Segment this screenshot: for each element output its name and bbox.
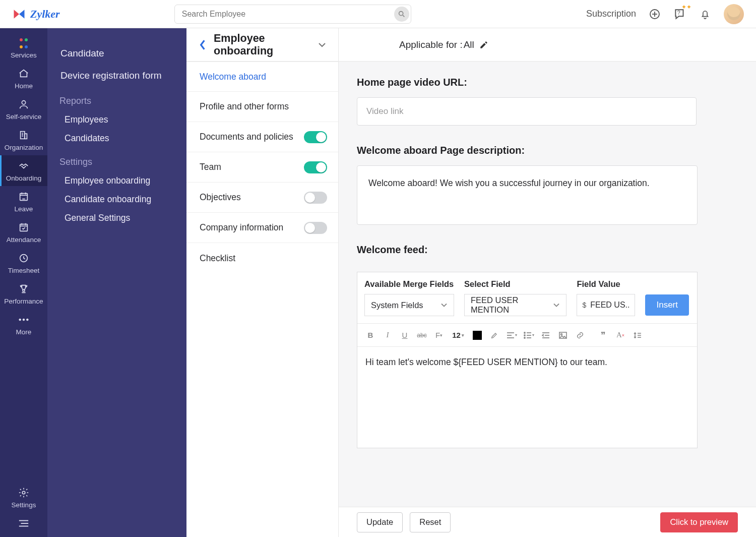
svg-rect-17	[20, 224, 28, 231]
rte-body[interactable]: Hi team let's welcome ${FEED USER MENTIO…	[357, 347, 697, 448]
align-icon[interactable]: ▾	[503, 328, 520, 343]
description-textarea[interactable]: Welcome aboard! We wish you a successful…	[357, 165, 698, 225]
description-block: Welcome aboard Page description: Welcome…	[339, 130, 756, 229]
trophy-icon	[18, 283, 29, 294]
line-height-icon[interactable]	[629, 328, 646, 343]
rail-timesheet[interactable]: Timesheet	[0, 248, 47, 278]
rail-label: Services	[11, 51, 37, 59]
update-button[interactable]: Update	[357, 512, 403, 532]
tab-label: Checklist	[200, 253, 235, 264]
rail-attendance[interactable]: Attendance	[0, 217, 47, 248]
tab-objectives[interactable]: Objectives	[186, 183, 338, 213]
link-icon[interactable]	[572, 328, 588, 343]
applicable-for-value: All	[464, 39, 474, 50]
services-icon	[20, 38, 28, 41]
svg-point-0	[399, 11, 403, 15]
svg-point-34	[524, 335, 525, 336]
quote-icon[interactable]: ❞	[595, 328, 611, 343]
svg-text:?: ?	[677, 10, 680, 16]
outdent-icon[interactable]	[538, 328, 554, 343]
secnav-device-registration[interactable]: Device registration form	[47, 65, 186, 87]
topbar-right: Subscription ? ✦✦	[586, 4, 744, 24]
font-family-icon[interactable]: F▾	[431, 328, 447, 343]
preview-button[interactable]: Click to preview	[660, 512, 738, 532]
avatar[interactable]	[724, 4, 744, 24]
tab-label: Company information	[200, 222, 283, 233]
notifications-icon[interactable]	[699, 8, 712, 21]
svg-point-36	[524, 337, 525, 338]
rail-onboarding[interactable]: Onboarding	[0, 155, 47, 186]
rail-settings[interactable]: Settings	[0, 482, 47, 513]
calendar-icon	[18, 191, 29, 202]
strike-icon[interactable]: abc	[414, 328, 430, 343]
brand-logo[interactable]: Zylker	[12, 7, 60, 21]
highlight-icon[interactable]	[486, 328, 502, 343]
secnav-employee-onboarding[interactable]: Employee onboarding	[47, 171, 186, 190]
tab-welcome-aboard[interactable]: Welcome aboard	[186, 62, 338, 92]
rte-body-text: Hi team let's welcome ${FEED USER MENTIO…	[365, 357, 607, 367]
toggle-objectives[interactable]	[304, 192, 327, 204]
video-url-heading: Home page video URL:	[357, 77, 738, 88]
rail-performance[interactable]: Performance	[0, 278, 47, 309]
rail-more[interactable]: More	[0, 309, 47, 340]
bold-icon[interactable]: B	[362, 328, 379, 343]
search-employee[interactable]	[174, 5, 411, 24]
toggle-documents-and-policies[interactable]	[304, 131, 327, 143]
add-icon[interactable]	[648, 8, 661, 21]
rail-home[interactable]: Home	[0, 63, 47, 94]
rail-services[interactable]: Services	[0, 31, 47, 63]
font-size-input[interactable]: 12▾	[448, 328, 468, 343]
toggle-team[interactable]	[304, 161, 327, 173]
tab-profile-and-other-forms[interactable]: Profile and other forms	[186, 92, 338, 122]
search-icon[interactable]	[394, 7, 409, 22]
field-value-input[interactable]: $ FEED US..	[577, 294, 635, 316]
rail-collapse[interactable]	[0, 513, 47, 537]
italic-icon[interactable]: I	[380, 328, 396, 343]
page-title: Employee onboarding	[214, 32, 311, 57]
secnav-settings-heading: Settings	[47, 148, 186, 171]
underline-icon[interactable]: U	[397, 328, 413, 343]
secnav-general-settings[interactable]: General Settings	[47, 209, 186, 227]
svg-point-42	[561, 333, 562, 335]
rail-self-service[interactable]: Self-service	[0, 94, 47, 125]
menu-collapse-icon	[18, 518, 29, 529]
secnav-candidate-onboarding[interactable]: Candidate onboarding	[47, 190, 186, 209]
icon-rail: Services Home Self-service Organization …	[0, 28, 47, 537]
topbar: Zylker Subscription ? ✦✦	[0, 0, 756, 28]
rail-leave[interactable]: Leave	[0, 186, 47, 217]
list-icon[interactable]: ▾	[521, 328, 537, 343]
calendar-check-icon	[18, 222, 29, 233]
select-field-select[interactable]: FEED USER MENTION	[464, 294, 566, 316]
image-icon[interactable]	[555, 328, 571, 343]
clear-format-icon[interactable]: A×	[612, 328, 628, 343]
secnav-candidate[interactable]: Candidate	[47, 42, 186, 65]
chevron-down-icon	[553, 303, 560, 308]
gear-icon	[18, 487, 29, 498]
text-color-icon[interactable]	[469, 328, 485, 343]
help-icon[interactable]: ? ✦✦	[673, 8, 686, 21]
merge-fields-select[interactable]: System Fields	[364, 294, 454, 316]
secnav-candidates[interactable]: Candidates	[47, 129, 186, 148]
back-icon[interactable]	[199, 39, 207, 50]
reset-button[interactable]: Reset	[410, 512, 451, 532]
tab-company-information[interactable]: Company information	[186, 213, 338, 243]
chevron-down-icon[interactable]	[318, 42, 326, 48]
svg-point-22	[19, 319, 21, 321]
merge-fields-heading: Available Merge Fields	[364, 279, 454, 289]
tab-label: Team	[200, 162, 221, 172]
insert-button[interactable]: Insert	[645, 294, 689, 316]
tab-team[interactable]: Team	[186, 152, 338, 183]
video-url-input[interactable]: Video link	[357, 97, 697, 126]
secnav-employees[interactable]: Employees	[47, 110, 186, 129]
rail-label: Onboarding	[6, 174, 42, 182]
tab-checklist[interactable]: Checklist	[186, 243, 338, 273]
search-input[interactable]	[174, 5, 411, 24]
home-icon	[18, 68, 29, 79]
toggle-company-information[interactable]	[304, 222, 327, 234]
edit-applicable-icon[interactable]	[479, 40, 488, 49]
brand-logo-icon	[12, 7, 26, 21]
feed-heading: Welcome feed:	[357, 244, 738, 256]
tab-documents-and-policies[interactable]: Documents and policies	[186, 122, 338, 152]
subscription-link[interactable]: Subscription	[586, 9, 636, 19]
rail-organization[interactable]: Organization	[0, 125, 47, 155]
